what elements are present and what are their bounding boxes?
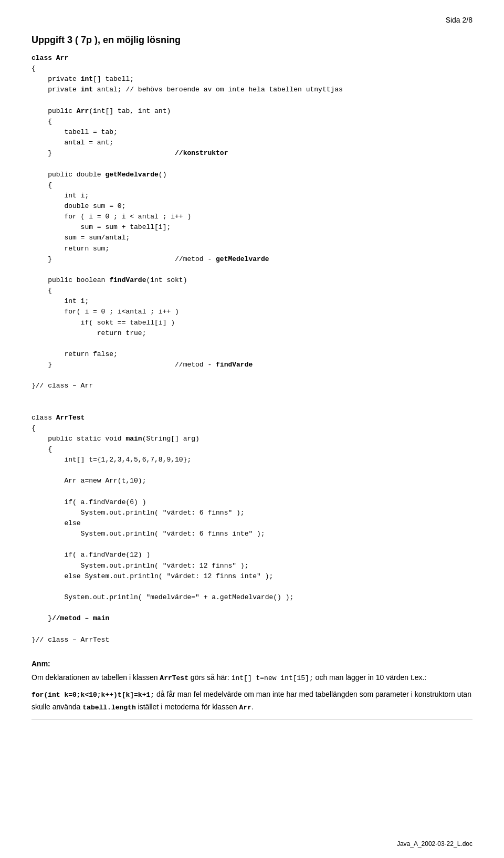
annotation-section: Anm: Om deklarationen av tabellen i klas… (32, 658, 472, 714)
annotation-text1: Om deklarationen av tabellen i klassen (32, 673, 160, 682)
page-footer: Java_A_2002-03-22_L.doc (397, 840, 472, 847)
annotation-text2: görs så här: (188, 673, 232, 682)
page-header: Sida 2/8 (32, 16, 472, 24)
annotation-text3: och man lägger in 10 värden t.ex.: (313, 673, 427, 682)
annotation-arrtest-bold: ArrTest (160, 674, 188, 682)
footer-divider (32, 719, 472, 719)
arr-class-code: class Arr { private int[] tabell; privat… (32, 53, 472, 392)
annotation-text6: . (251, 703, 254, 711)
arrtest-class-code: class ArrTest { public static void main(… (32, 402, 472, 645)
annotation-code2-bold: for(int k=0;k<10;k++)t[k]=k+1; (32, 691, 154, 699)
section-title: Uppgift 3 ( 7p ), en möjlig lösning (32, 35, 472, 46)
annotation-title: Anm: (32, 658, 472, 669)
annotation-text5: istället i metoderna för klassen (136, 703, 239, 711)
annotation-code1: int[] t=new int[15]; (232, 674, 313, 682)
annotation-code3-bold: tabell.length (82, 704, 135, 711)
annotation-paragraph-1: Om deklarationen av tabellen i klassen A… (32, 672, 472, 684)
annotation-paragraph-2: for(int k=0;k<10;k++)t[k]=k+1; då får ma… (32, 688, 472, 714)
annotation-arr-bold: Arr (239, 704, 251, 711)
